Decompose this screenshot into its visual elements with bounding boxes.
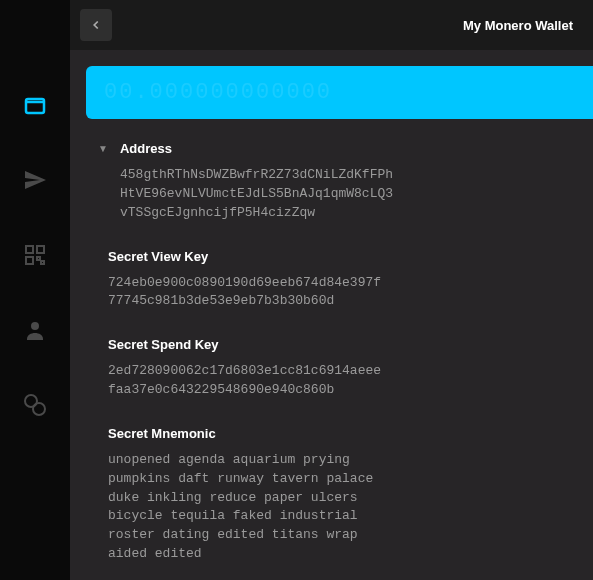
spendkey-label: Secret Spend Key — [108, 337, 593, 352]
nav-contacts-icon[interactable] — [15, 310, 55, 350]
address-value: 458gthRThNsDWZBwfrR2Z73dCNiLZdKfFPh HtVE… — [98, 166, 593, 223]
nav-exchange-icon[interactable] — [15, 385, 55, 425]
collapse-toggle-icon[interactable]: ▼ — [98, 143, 108, 154]
viewkey-section: Secret View Key 724eb0e900c0890190d69eeb… — [86, 249, 593, 312]
mnemonic-label: Secret Mnemonic — [108, 426, 593, 441]
main-panel: My Monero Wallet 00.000000000000 ▼ Addre… — [70, 0, 593, 580]
svg-rect-5 — [41, 261, 44, 264]
viewkey-label: Secret View Key — [108, 249, 593, 264]
nav-qr-icon[interactable] — [15, 235, 55, 275]
svg-rect-3 — [26, 257, 33, 264]
balance-display: 00.000000000000 — [86, 66, 593, 119]
svg-rect-4 — [37, 257, 40, 260]
svg-point-6 — [31, 322, 39, 330]
svg-point-8 — [33, 403, 45, 415]
nav-send-icon[interactable] — [15, 160, 55, 200]
header-bar: My Monero Wallet — [70, 0, 593, 50]
nav-wallet-icon[interactable] — [15, 85, 55, 125]
sidebar — [0, 0, 70, 580]
spendkey-section: Secret Spend Key 2ed728090062c17d6803e1c… — [86, 337, 593, 400]
spendkey-value: 2ed728090062c17d6803e1cc81c6914aeee faa3… — [108, 362, 593, 400]
viewkey-value: 724eb0e900c0890190d69eeb674d84e397f 7774… — [108, 274, 593, 312]
address-section: ▼ Address 458gthRThNsDWZBwfrR2Z73dCNiLZd… — [86, 141, 593, 223]
page-title: My Monero Wallet — [463, 18, 573, 33]
back-button[interactable] — [80, 9, 112, 41]
content-area: 00.000000000000 ▼ Address 458gthRThNsDWZ… — [70, 50, 593, 580]
balance-value: 00.000000000000 — [104, 80, 332, 105]
mnemonic-section: Secret Mnemonic unopened agenda aquarium… — [86, 426, 593, 564]
mnemonic-value: unopened agenda aquarium prying pumpkins… — [108, 451, 593, 564]
svg-rect-2 — [37, 246, 44, 253]
address-label: Address — [120, 141, 172, 156]
svg-rect-1 — [26, 246, 33, 253]
